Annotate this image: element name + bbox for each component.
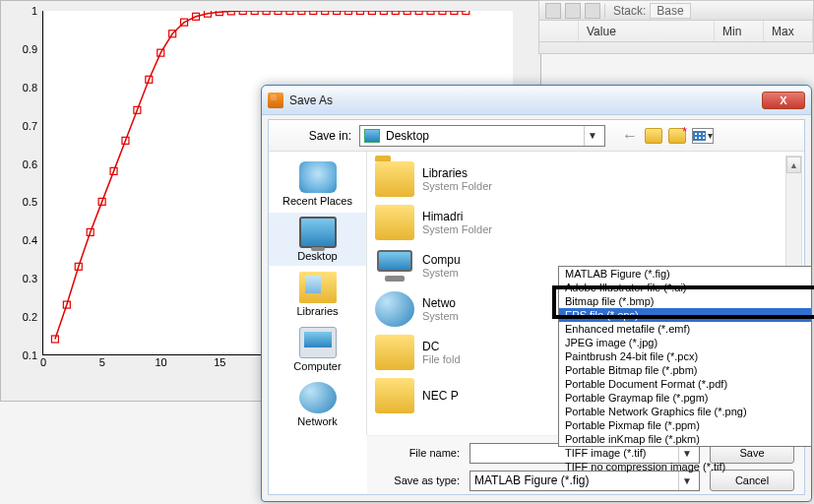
x-tick: 15 <box>214 356 225 368</box>
file-name: Libraries <box>422 166 492 180</box>
file-type-option[interactable]: Portable Bitmap file (*.pbm) <box>559 363 811 377</box>
titlebar[interactable]: Save As X <box>262 86 811 115</box>
file-name: NEC P <box>422 389 459 403</box>
file-type-option[interactable]: Portable Graymap file (*.pgm) <box>559 391 811 405</box>
places-label: Recent Places <box>282 195 352 207</box>
new-folder-button[interactable] <box>668 128 686 144</box>
network-icon <box>299 382 337 413</box>
file-type-option[interactable]: MATLAB Figure (*.fig) <box>559 267 811 281</box>
file-subtext: System <box>422 310 459 322</box>
x-tick: 5 <box>99 356 105 368</box>
savein-label: Save in: <box>279 129 351 143</box>
y-tick: 0.5 <box>4 196 37 208</box>
y-tick: 0.1 <box>4 349 37 361</box>
file-type-option[interactable]: JPEG image (*.jpg) <box>559 336 811 349</box>
close-icon: X <box>780 94 786 106</box>
places-item[interactable]: Computer <box>269 323 366 376</box>
toolbar-icon[interactable] <box>585 3 600 19</box>
file-type-option[interactable]: Bitmap file (*.bmp) <box>559 294 811 308</box>
places-item[interactable]: Recent Places <box>269 158 366 211</box>
savein-select[interactable]: Desktop ▼ <box>359 125 605 147</box>
file-type-dropdown[interactable]: MATLAB Figure (*.fig)Adobe Illustrator f… <box>558 266 812 447</box>
desktop-icon <box>299 217 337 248</box>
file-type-option[interactable]: TIFF image (*.tif) <box>559 446 811 460</box>
places-label: Computer <box>293 360 341 372</box>
recent-places-icon <box>299 161 337 193</box>
places-item[interactable]: Network <box>269 378 366 431</box>
file-type-option[interactable]: Adobe Illustrator file (*.ai) <box>559 281 811 294</box>
file-icon <box>375 291 414 327</box>
file-item[interactable]: HimadriSystem Folder <box>371 201 800 244</box>
file-icon <box>375 335 414 370</box>
col-value[interactable]: Value <box>579 21 715 41</box>
file-icon <box>375 161 414 197</box>
places-label: Libraries <box>296 305 338 317</box>
y-tick: 0.9 <box>4 43 37 55</box>
file-subtext: System Folder <box>422 223 492 235</box>
x-tick: 10 <box>155 356 166 368</box>
stack-label: Stack: <box>613 4 646 18</box>
saveastype-label: Save as type: <box>377 474 460 486</box>
file-item[interactable]: LibrariesSystem Folder <box>371 158 800 201</box>
scroll-up-button[interactable]: ▲ <box>786 157 801 173</box>
file-type-option[interactable]: Paintbrush 24-bit file (*.pcx) <box>559 349 811 363</box>
file-list[interactable]: LibrariesSystem FolderHimadriSystem Fold… <box>367 152 804 435</box>
places-item[interactable]: Desktop <box>269 213 366 266</box>
file-name: Himadri <box>422 210 492 223</box>
file-subtext: System <box>422 267 461 279</box>
file-type-option[interactable]: Portable inKmap file (*.pkm) <box>559 432 811 446</box>
file-name: Netwo <box>422 296 459 310</box>
file-icon <box>375 248 414 284</box>
back-button[interactable]: ← <box>621 127 639 145</box>
up-one-level-button[interactable] <box>645 128 662 144</box>
file-icon <box>375 205 414 240</box>
savein-value: Desktop <box>386 129 429 143</box>
file-subtext: System Folder <box>422 180 492 192</box>
file-type-option[interactable]: Portable Document Format (*.pdf) <box>559 377 811 391</box>
places-item[interactable]: Libraries <box>269 268 366 321</box>
desktop-icon <box>364 129 380 143</box>
places-label: Network <box>297 415 337 427</box>
file-type-option[interactable]: Portable Pixmap file (*.ppm) <box>559 418 811 432</box>
close-button[interactable]: X <box>762 92 805 109</box>
libraries-icon <box>299 272 337 303</box>
col-max[interactable]: Max <box>764 21 813 41</box>
workspace-columns: Value Min Max <box>539 21 813 42</box>
svg-rect-0 <box>51 336 58 343</box>
chevron-down-icon: ▼ <box>584 126 600 146</box>
y-tick: 1 <box>4 5 37 17</box>
chevron-down-icon[interactable]: ▼ <box>678 472 695 490</box>
computer-icon <box>299 327 337 358</box>
file-type-option[interactable]: EPS file (*.eps) <box>559 308 811 322</box>
y-tick: 0.2 <box>4 311 37 323</box>
places-label: Desktop <box>297 250 337 262</box>
y-tick: 0.4 <box>4 234 37 246</box>
file-icon <box>375 378 414 413</box>
stack-select[interactable]: Base <box>650 3 690 19</box>
y-tick: 0.6 <box>4 158 37 170</box>
toolbar-icon[interactable] <box>545 3 561 19</box>
places-bar: Recent PlacesDesktopLibrariesComputerNet… <box>269 152 367 435</box>
col-min[interactable]: Min <box>715 21 764 41</box>
file-type-option[interactable]: TIFF no compression image (*.tif) <box>559 460 811 473</box>
save-as-dialog: Save As X Save in: Desktop ▼ ← ▾ Recent … <box>261 85 812 502</box>
view-menu-button[interactable]: ▾ <box>692 128 714 144</box>
file-type-option[interactable]: Portable Network Graphics file (*.png) <box>559 405 811 418</box>
toolbar-icon[interactable] <box>565 3 581 19</box>
file-name: Compu <box>422 253 461 267</box>
matlab-icon <box>268 93 283 108</box>
x-tick: 0 <box>40 356 46 368</box>
file-type-option[interactable]: Enhanced metafile (*.emf) <box>559 322 811 336</box>
y-tick: 0.8 <box>4 82 37 94</box>
filename-label: File name: <box>377 447 460 459</box>
file-name: DC <box>422 340 461 353</box>
file-subtext: File fold <box>422 353 461 365</box>
y-tick: 0.7 <box>4 120 37 132</box>
y-tick: 0.3 <box>4 273 37 284</box>
dialog-title: Save As <box>289 94 762 107</box>
workspace-panel: Stack: Base Value Min Max <box>538 0 814 54</box>
